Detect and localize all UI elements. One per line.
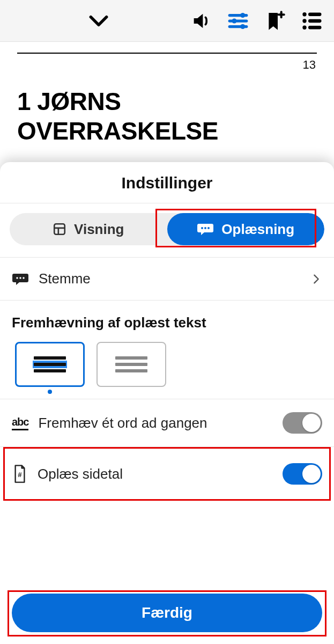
chapter-heading: 1 JØRNS OVERRASKELSE	[17, 87, 317, 146]
svg-rect-12	[308, 19, 322, 22]
toc-list-icon[interactable]	[301, 10, 323, 32]
svg-point-19	[207, 227, 210, 229]
horizontal-rule	[17, 53, 317, 54]
voice-label: Stemme	[39, 270, 301, 287]
highlight-option-none[interactable]	[97, 342, 166, 387]
chevron-right-icon	[310, 273, 322, 285]
read-pagenum-row: # Oplæs sidetal	[0, 447, 334, 501]
word-highlight-label: Fremhæv ét ord ad gangen	[38, 415, 273, 431]
svg-point-20	[16, 277, 18, 279]
tab-tts[interactable]: Oplæsning	[167, 213, 325, 245]
read-pagenum-toggle[interactable]	[283, 463, 322, 485]
svg-point-5	[240, 24, 245, 28]
selected-indicator-dot	[48, 390, 52, 394]
reader-content: 13 1 JØRNS OVERRASKELSE	[0, 53, 334, 146]
sheet-title: Indstillinger	[0, 162, 334, 203]
svg-point-4	[232, 18, 236, 23]
highlight-options	[0, 342, 334, 399]
speech-bubble-icon	[197, 223, 214, 236]
highlight-option-line[interactable]	[15, 342, 85, 387]
word-highlight-row: abc Fremhæv ét ord ad gangen	[0, 399, 334, 447]
svg-point-8	[302, 12, 306, 16]
svg-point-17	[201, 227, 203, 229]
page-hash-icon: #	[12, 464, 28, 484]
svg-point-9	[302, 19, 306, 23]
page-number: 13	[17, 58, 317, 72]
tab-tts-label: Oplæsning	[221, 221, 294, 238]
svg-rect-14	[54, 224, 65, 235]
speech-bubble-dark-icon	[12, 273, 29, 286]
audio-icon[interactable]	[190, 10, 212, 32]
svg-point-22	[23, 277, 25, 279]
svg-point-10	[302, 25, 306, 29]
word-highlight-toggle[interactable]	[283, 412, 322, 434]
bookmark-add-icon[interactable]	[264, 10, 286, 32]
svg-text:#: #	[18, 471, 22, 479]
collapse-chevron-icon[interactable]	[6, 9, 190, 33]
settings-sheet: Indstillinger Visning Oplæsning Stemme F…	[0, 162, 334, 644]
tab-display[interactable]: Visning	[10, 213, 167, 245]
top-toolbar	[0, 0, 334, 42]
svg-point-18	[204, 227, 206, 229]
svg-point-3	[240, 12, 245, 17]
svg-point-21	[19, 277, 21, 279]
svg-rect-11	[308, 12, 322, 16]
abc-icon: abc	[12, 416, 28, 430]
read-pagenum-label: Oplæs sidetal	[38, 466, 273, 482]
highlight-section-title: Fremhævning af oplæst tekst	[0, 301, 334, 342]
done-button[interactable]: Færdig	[12, 594, 322, 632]
svg-rect-13	[308, 26, 322, 29]
settings-sliders-icon[interactable]	[227, 10, 249, 32]
tab-display-label: Visning	[74, 221, 124, 238]
settings-tabs: Visning Oplæsning	[10, 213, 324, 245]
voice-row[interactable]: Stemme	[0, 258, 334, 300]
layout-icon	[53, 222, 66, 236]
